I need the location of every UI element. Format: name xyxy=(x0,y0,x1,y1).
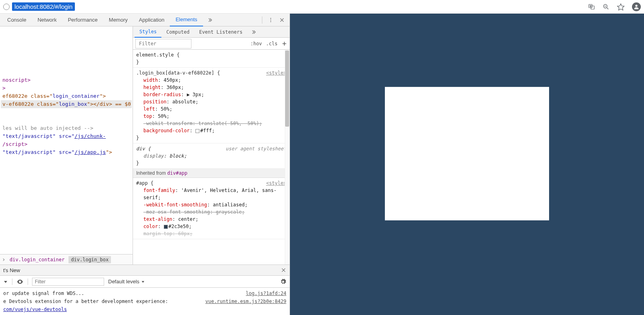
more-tabs-icon[interactable] xyxy=(251,29,256,35)
more-tabs-icon[interactable] xyxy=(207,17,213,23)
gear-icon[interactable] xyxy=(280,279,286,285)
url-text[interactable]: localhost:8082/#/login xyxy=(12,2,75,11)
chevron-down-icon[interactable] xyxy=(3,279,8,284)
site-info-icon[interactable] xyxy=(3,4,10,10)
add-rule-icon[interactable] xyxy=(282,41,287,46)
close-icon[interactable] xyxy=(279,17,285,23)
log-levels-dropdown[interactable]: Default levels xyxy=(108,279,145,285)
rule-source[interactable]: <style> xyxy=(266,180,286,187)
tab-elements[interactable]: Elements xyxy=(170,14,203,26)
close-icon[interactable] xyxy=(281,267,286,273)
translate-icon[interactable] xyxy=(588,3,595,10)
scrollbar[interactable] xyxy=(285,50,290,265)
svg-marker-5 xyxy=(618,4,624,10)
devtools-panel: Console Network Performance Memory Appli… xyxy=(0,14,290,315)
hov-toggle[interactable]: :hov xyxy=(250,41,262,46)
svg-point-9 xyxy=(270,21,271,22)
kebab-menu-icon[interactable] xyxy=(268,17,274,23)
login-box xyxy=(385,87,549,220)
console-toolbar: Default levels xyxy=(0,276,290,288)
svg-marker-17 xyxy=(142,281,145,283)
tab-console[interactable]: Console xyxy=(2,14,32,26)
zoom-icon[interactable] xyxy=(602,3,610,10)
breadcrumb-item[interactable]: div.login_container xyxy=(7,256,67,263)
rule-selector: .login_box[data-v-ef68022e] { xyxy=(136,69,220,77)
drawer-tab-bar: t's New xyxy=(0,265,290,276)
console-output: or update signal from WDS...log.js?1afd:… xyxy=(0,288,290,315)
inherited-from: Inherited from div#app xyxy=(133,169,290,178)
dom-tree[interactable]: noscript> > ef68022e class="login_contai… xyxy=(0,26,133,254)
breadcrumb-item-active[interactable]: div.login_box xyxy=(68,256,111,263)
star-icon[interactable] xyxy=(617,3,625,11)
console-source-link[interactable]: vue.runtime.esm.js?2b0e:8429 xyxy=(205,297,286,305)
dom-tree-pane: noscript> > ef68022e class="login_contai… xyxy=(0,26,133,265)
styles-pane: Styles Computed Event Listeners :hov .cl… xyxy=(133,26,290,265)
styles-tab[interactable]: Styles xyxy=(135,26,161,38)
browser-address-bar: localhost:8082/#/login xyxy=(0,0,644,14)
tab-application[interactable]: Application xyxy=(133,14,170,26)
rule-source-ua: user agent stylesheet xyxy=(225,145,286,152)
breadcrumb-arrow-icon[interactable] xyxy=(2,258,6,262)
page-viewport xyxy=(290,14,644,315)
color-swatch[interactable] xyxy=(195,129,199,133)
selected-dom-node[interactable]: v-ef68022e class="login_box"></div> == $… xyxy=(1,100,132,108)
rule-element-style: element.style { xyxy=(136,51,286,59)
console-filter-input[interactable] xyxy=(32,278,104,286)
color-swatch[interactable] xyxy=(164,225,168,229)
styles-rules[interactable]: element.style { } .login_box[data-v-ef68… xyxy=(133,50,290,265)
cls-toggle[interactable]: .cls xyxy=(266,41,278,46)
event-listeners-tab[interactable]: Event Listeners xyxy=(194,26,247,38)
styles-filter-input[interactable] xyxy=(137,39,189,48)
eye-icon[interactable] xyxy=(16,278,24,285)
computed-tab[interactable]: Computed xyxy=(161,26,194,38)
svg-marker-16 xyxy=(4,281,7,283)
svg-point-7 xyxy=(270,18,271,18)
svg-point-6 xyxy=(635,4,637,6)
devtools-tab-bar: Console Network Performance Memory Appli… xyxy=(0,14,290,26)
svg-line-3 xyxy=(607,8,608,9)
rule-selector: div { xyxy=(136,145,151,152)
console-url-link[interactable]: com/vuejs/vue-devtools xyxy=(3,305,67,313)
rule-source[interactable]: <style> xyxy=(266,69,286,77)
svg-point-8 xyxy=(270,19,271,20)
console-source-link[interactable]: log.js?1afd:24 xyxy=(246,289,286,297)
dom-breadcrumbs: div.login_container div.login_box xyxy=(0,254,133,265)
tab-performance[interactable]: Performance xyxy=(62,14,103,26)
profile-avatar-icon[interactable] xyxy=(632,2,641,11)
rule-selector: #app { xyxy=(136,180,153,187)
tab-network[interactable]: Network xyxy=(32,14,62,26)
drawer-tab-whatsnew[interactable]: t's New xyxy=(3,267,20,273)
tab-memory[interactable]: Memory xyxy=(103,14,133,26)
